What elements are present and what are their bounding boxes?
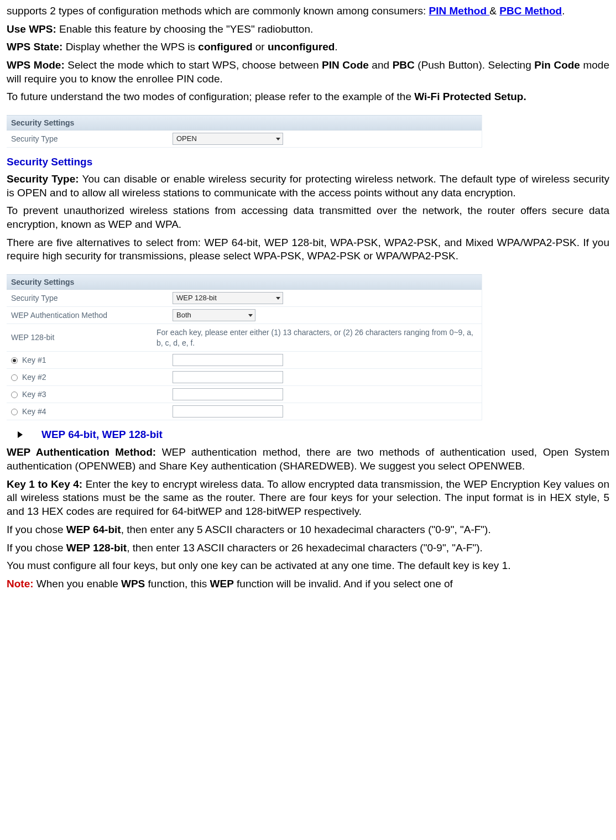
select-value: Both (176, 311, 191, 320)
field-label: WPS Mode: (7, 59, 65, 71)
text: To future understand the two modes of co… (7, 91, 414, 102)
text: WPS (121, 578, 145, 589)
key4-input[interactable] (173, 405, 283, 418)
key2-radio[interactable] (11, 374, 18, 381)
use-wps-paragraph: Use WPS: Enable this feature by choosing… (7, 23, 609, 36)
wps-example-paragraph: To future understand the two modes of co… (7, 90, 609, 104)
text: function will be invalid. And if you sel… (234, 578, 453, 589)
label-text: Key #3 (22, 390, 46, 399)
text: You can disable or enable wireless secur… (7, 173, 609, 199)
key2-input[interactable] (173, 371, 283, 383)
text: function, this (145, 578, 210, 589)
wep128-paragraph: If you chose WEP 128-bit, then enter 13 … (7, 541, 609, 555)
security-type-select[interactable]: WEP 128-bit (173, 292, 283, 304)
text: Enable this feature by choosing the "YES… (56, 23, 314, 35)
key3-input[interactable] (173, 388, 283, 400)
chevron-down-icon (276, 138, 280, 140)
row-label: WEP 128-bit (7, 332, 156, 342)
text: . (562, 5, 565, 17)
instruction-text: For each key, please enter either (1) 13… (156, 326, 482, 348)
security-settings-open-screenshot: Security Settings Security Type OPEN (7, 115, 482, 148)
row-label: Key #1 (7, 355, 173, 365)
text: WEP (210, 578, 234, 589)
wep-auth-select[interactable]: Both (173, 309, 255, 321)
text: . (335, 41, 337, 53)
wep-auth-method-paragraph: WEP Authentication Method: WEP authentic… (7, 446, 609, 473)
key1-input[interactable] (173, 354, 283, 366)
label-text: Key #1 (22, 356, 46, 364)
text: Enter the key to encrypt wireless data. … (7, 478, 609, 517)
text: configured (198, 41, 252, 53)
text: Wi-Fi Protected Setup. (414, 91, 526, 102)
wep-bullet-title: WEP 64-bit, WEP 128-bit (41, 428, 163, 442)
text: Pin Code (534, 59, 580, 71)
security-wep-wpa-paragraph: To prevent unauthorized wireless station… (7, 204, 609, 231)
text: When you enable (34, 578, 121, 589)
text: PIN Code (322, 59, 369, 71)
key1-row: Key #1 (7, 352, 482, 369)
wps-mode-paragraph: WPS Mode: Select the mode which to start… (7, 59, 609, 86)
key4-radio[interactable] (11, 409, 18, 415)
wep64-paragraph: If you chose WEP 64-bit, then enter any … (7, 523, 609, 537)
triangle-right-icon (18, 431, 23, 438)
note-label: Note: (7, 578, 34, 589)
wep-bullet-row: WEP 64-bit, WEP 128-bit (18, 428, 609, 442)
field-label: Security Type: (7, 173, 79, 185)
text: and (369, 59, 393, 71)
select-value: OPEN (176, 134, 197, 144)
row-label: Security Type (7, 293, 173, 303)
row-label: Security Type (7, 134, 173, 144)
note-paragraph: Note: When you enable WPS function, this… (7, 577, 609, 591)
text: If you chose (7, 542, 66, 554)
key1-radio[interactable] (11, 357, 18, 364)
security-type-paragraph: Security Type: You can disable or enable… (7, 173, 609, 200)
key2-row: Key #2 (7, 369, 482, 386)
panel-header: Security Settings (7, 274, 482, 290)
text: or (253, 41, 268, 53)
security-type-row: Security Type OPEN (7, 131, 482, 148)
field-label: Key 1 to Key 4: (7, 478, 82, 490)
row-label: WEP Authentication Method (7, 310, 173, 320)
chevron-down-icon (248, 314, 253, 317)
field-label: Use WPS: (7, 23, 56, 35)
text: , then enter any 5 ASCII characters or 1… (121, 524, 491, 535)
four-keys-paragraph: You must configure all four keys, but on… (7, 559, 609, 573)
security-type-select[interactable]: OPEN (173, 133, 283, 145)
text: WEP 128-bit (66, 542, 127, 554)
intro-paragraph: supports 2 types of configuration method… (7, 4, 609, 18)
text: & (489, 5, 499, 17)
field-label: WEP Authentication Method: (7, 446, 156, 458)
pbc-method-link[interactable]: PBC Method (499, 5, 562, 17)
label-text: Key #4 (22, 407, 46, 416)
wep-auth-row: WEP Authentication Method Both (7, 307, 482, 324)
key4-row: Key #4 (7, 403, 482, 420)
pin-method-link[interactable]: PIN Method (429, 5, 490, 17)
key3-radio[interactable] (11, 392, 18, 398)
security-alternatives-paragraph: There are five alternatives to select fr… (7, 236, 609, 263)
row-label: Key #4 (7, 406, 173, 416)
text: WEP 64-bit (66, 524, 121, 535)
text: , then enter 13 ASCII characters or 26 h… (127, 542, 483, 554)
text: PBC (393, 59, 415, 71)
security-settings-wep-screenshot: Security Settings Security Type WEP 128-… (7, 274, 482, 420)
field-label: WPS State: (7, 41, 62, 53)
security-type-row: Security Type WEP 128-bit (7, 290, 482, 307)
text: supports 2 types of configuration method… (7, 5, 429, 17)
text: If you chose (7, 524, 66, 535)
key3-row: Key #3 (7, 386, 482, 403)
select-value: WEP 128-bit (176, 294, 217, 303)
wep-128-instruction-row: WEP 128-bit For each key, please enter e… (7, 324, 482, 351)
keys-paragraph: Key 1 to Key 4: Enter the key to encrypt… (7, 478, 609, 519)
chevron-down-icon (276, 297, 280, 300)
row-label: Key #3 (7, 389, 173, 399)
label-text: Key #2 (22, 373, 46, 382)
row-label: Key #2 (7, 372, 173, 382)
panel-header: Security Settings (7, 115, 482, 131)
security-settings-title: Security Settings (7, 155, 609, 169)
text: Select the mode which to start WPS, choo… (65, 59, 322, 71)
text: unconfigured (268, 41, 335, 53)
text: Display whether the WPS is (62, 41, 198, 53)
text: (Push Button). Selecting (415, 59, 535, 71)
wps-state-paragraph: WPS State: Display whether the WPS is co… (7, 40, 609, 54)
